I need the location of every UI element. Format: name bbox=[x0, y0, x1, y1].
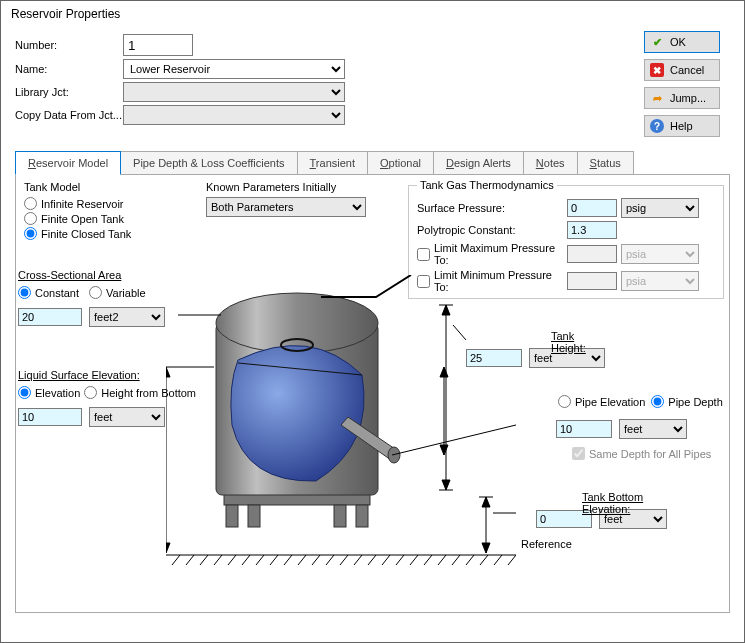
tank-model-group: Tank Model Infinite Reservoir Finite Ope… bbox=[24, 179, 194, 242]
surface-elevation-value[interactable] bbox=[18, 408, 82, 426]
limit-max-unit: psia bbox=[621, 244, 699, 264]
pipe-value[interactable] bbox=[556, 420, 612, 438]
tab-optional[interactable]: Optional bbox=[367, 151, 434, 174]
svg-line-15 bbox=[214, 555, 222, 565]
tab-design-alerts[interactable]: Design Alerts bbox=[433, 151, 524, 174]
svg-line-23 bbox=[326, 555, 334, 565]
same-depth-check: Same Depth for All Pipes bbox=[572, 447, 711, 460]
library-jct-select[interactable] bbox=[123, 82, 345, 102]
check-icon: ✔ bbox=[650, 35, 664, 49]
known-parameters-select[interactable]: Both Parameters bbox=[206, 197, 366, 217]
svg-line-13 bbox=[186, 555, 194, 565]
pipe-unit[interactable]: feet bbox=[619, 419, 687, 439]
svg-marker-48 bbox=[482, 497, 490, 507]
number-label: Number: bbox=[15, 39, 123, 51]
polytropic-input[interactable] bbox=[567, 221, 617, 239]
name-label: Name: bbox=[15, 63, 123, 75]
polytropic-label: Polytropic Constant: bbox=[417, 224, 567, 236]
svg-line-27 bbox=[382, 555, 390, 565]
surface-pressure-unit[interactable]: psig bbox=[621, 198, 699, 218]
svg-marker-49 bbox=[482, 543, 490, 553]
tab-transient[interactable]: Transient bbox=[297, 151, 368, 174]
radio-pipe-depth[interactable]: Pipe Depth bbox=[651, 395, 722, 408]
svg-line-54 bbox=[453, 325, 466, 340]
tab-bar: Reservoir Model Pipe Depth & Loss Coeffi… bbox=[15, 151, 730, 175]
svg-line-33 bbox=[466, 555, 474, 565]
tab-reservoir-model[interactable]: Reservoir Model bbox=[15, 151, 121, 175]
radio-pipe-elevation[interactable]: Pipe Elevation bbox=[558, 395, 645, 408]
svg-marker-41 bbox=[442, 305, 450, 315]
svg-point-6 bbox=[216, 293, 378, 353]
cancel-x-icon: ✖ bbox=[650, 63, 664, 77]
surface-pressure-input[interactable] bbox=[567, 199, 617, 217]
svg-marker-44 bbox=[440, 367, 448, 377]
thermodynamics-title: Tank Gas Thermodynamics bbox=[417, 179, 557, 191]
svg-rect-4 bbox=[356, 505, 368, 527]
tank-height-title[interactable]: Tank Height: bbox=[551, 330, 605, 354]
pipe-elev-depth-group: Pipe Elevation Pipe Depth bbox=[558, 393, 723, 410]
bottom-elevation-group: Tank Bottom Elevation: feet bbox=[536, 491, 667, 529]
window-title: Reservoir Properties bbox=[1, 1, 744, 27]
svg-line-29 bbox=[410, 555, 418, 565]
cross-section-unit[interactable]: feet2 bbox=[89, 307, 165, 327]
svg-line-30 bbox=[424, 555, 432, 565]
svg-line-32 bbox=[452, 555, 460, 565]
header-form: Number: Name: Lower Reservoir Library Jc… bbox=[15, 31, 644, 143]
limit-max-check[interactable]: Limit Maximum Pressure To: bbox=[417, 242, 567, 266]
radio-infinite-reservoir[interactable]: Infinite Reservoir bbox=[24, 197, 194, 210]
svg-marker-52 bbox=[166, 367, 170, 377]
radio-finite-open[interactable]: Finite Open Tank bbox=[24, 212, 194, 225]
svg-marker-42 bbox=[442, 480, 450, 490]
limit-min-unit: psia bbox=[621, 271, 699, 291]
svg-line-36 bbox=[508, 555, 516, 565]
name-select[interactable]: Lower Reservoir bbox=[123, 59, 345, 79]
svg-line-28 bbox=[396, 555, 404, 565]
svg-line-31 bbox=[438, 555, 446, 565]
tab-notes[interactable]: Notes bbox=[523, 151, 578, 174]
surface-pressure-label: Surface Pressure: bbox=[417, 202, 567, 214]
radio-variable[interactable]: Variable bbox=[89, 286, 146, 299]
question-icon: ? bbox=[650, 119, 664, 133]
tab-status[interactable]: Status bbox=[577, 151, 634, 174]
surface-elevation-unit[interactable]: feet bbox=[89, 407, 165, 427]
svg-rect-1 bbox=[226, 505, 238, 527]
tank-diagram bbox=[166, 275, 516, 595]
pipe-value-row: feet bbox=[556, 419, 687, 439]
same-depth-row: Same Depth for All Pipes bbox=[572, 445, 711, 462]
known-parameters-title: Known Parameters Initially bbox=[206, 181, 386, 193]
svg-line-19 bbox=[270, 555, 278, 565]
tab-pipe-depth[interactable]: Pipe Depth & Loss Coefficients bbox=[120, 151, 297, 174]
svg-line-24 bbox=[340, 555, 348, 565]
library-jct-label: Library Jct: bbox=[15, 86, 123, 98]
svg-line-12 bbox=[172, 555, 180, 565]
ok-button[interactable]: ✔ OK bbox=[644, 31, 720, 53]
limit-max-input bbox=[567, 245, 617, 263]
copy-data-label: Copy Data From Jct... bbox=[15, 109, 123, 121]
svg-line-20 bbox=[284, 555, 292, 565]
svg-line-16 bbox=[228, 555, 236, 565]
radio-finite-closed[interactable]: Finite Closed Tank bbox=[24, 227, 194, 240]
svg-rect-3 bbox=[334, 505, 346, 527]
radio-elevation[interactable]: Elevation bbox=[18, 386, 80, 399]
svg-rect-2 bbox=[248, 505, 260, 527]
cancel-button[interactable]: ✖ Cancel bbox=[644, 59, 720, 81]
copy-data-select[interactable] bbox=[123, 105, 345, 125]
cross-section-value[interactable] bbox=[18, 308, 82, 326]
tank-model-title: Tank Model bbox=[24, 181, 194, 193]
reservoir-model-panel: Tank Model Infinite Reservoir Finite Ope… bbox=[15, 175, 730, 613]
svg-line-35 bbox=[494, 555, 502, 565]
known-parameters-group: Known Parameters Initially Both Paramete… bbox=[206, 179, 386, 217]
svg-line-26 bbox=[368, 555, 376, 565]
limit-min-input bbox=[567, 272, 617, 290]
jump-button[interactable]: ➦ Jump... bbox=[644, 87, 720, 109]
number-input[interactable] bbox=[123, 34, 193, 56]
svg-line-14 bbox=[200, 555, 208, 565]
bottom-elevation-title[interactable]: Tank Bottom Elevation: bbox=[582, 491, 667, 515]
reservoir-properties-dialog: Reservoir Properties Number: Name: Lower… bbox=[0, 0, 745, 643]
help-button[interactable]: ? Help bbox=[644, 115, 720, 137]
svg-line-22 bbox=[312, 555, 320, 565]
radio-constant[interactable]: Constant bbox=[18, 286, 79, 299]
reference-label: Reference bbox=[521, 538, 572, 550]
svg-marker-53 bbox=[166, 543, 170, 553]
svg-line-34 bbox=[480, 555, 488, 565]
